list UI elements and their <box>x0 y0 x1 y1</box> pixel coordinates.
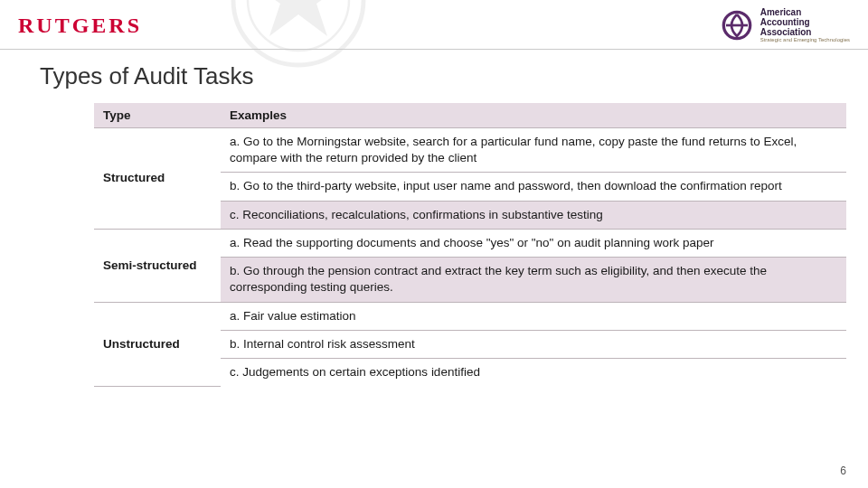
type-cell: Unstructured <box>94 302 221 386</box>
aaa-line3: Association <box>760 27 812 37</box>
example-cell: c. Judgements on certain exceptions iden… <box>221 358 846 386</box>
aaa-sub: Strategic and Emerging Technologies <box>760 37 850 43</box>
rutgers-logo: RUTGERS <box>18 14 142 38</box>
table-row: Unstructured a. Fair value estimation <box>94 302 846 330</box>
table-row: Semi-structured a. Read the supporting d… <box>94 229 846 257</box>
slide-content: Types of Audit Tasks Type Examples Struc… <box>0 50 868 387</box>
type-cell: Structured <box>94 128 221 230</box>
slide-header: RUTGERS American Accounting Association … <box>0 0 868 50</box>
example-cell: c. Reconciliations, recalculations, conf… <box>221 201 846 229</box>
example-cell: a. Go to the Morningstar website, search… <box>221 128 846 173</box>
table-header-row: Type Examples <box>94 103 846 128</box>
audit-table: Type Examples Structured a. Go to the Mo… <box>94 103 846 387</box>
page-number: 6 <box>840 465 846 477</box>
example-cell: b. Internal control risk assessment <box>221 330 846 358</box>
aaa-icon <box>719 7 755 43</box>
table-row: Structured a. Go to the Morningstar webs… <box>94 128 846 173</box>
col-type: Type <box>94 103 221 128</box>
example-cell: a. Read the supporting documents and cho… <box>221 229 846 257</box>
example-cell: b. Go through the pension contract and e… <box>221 258 846 302</box>
example-cell: a. Fair value estimation <box>221 302 846 330</box>
aaa-logo: American Accounting Association Strategi… <box>719 7 850 43</box>
page-title: Types of Audit Tasks <box>40 62 828 90</box>
aaa-line2: Accounting <box>760 17 810 27</box>
type-cell: Semi-structured <box>94 229 221 302</box>
col-examples: Examples <box>221 103 846 128</box>
example-cell: b. Go to the third-party website, input … <box>221 173 846 201</box>
aaa-text: American Accounting Association Strategi… <box>760 7 850 43</box>
aaa-line1: American <box>760 7 802 17</box>
